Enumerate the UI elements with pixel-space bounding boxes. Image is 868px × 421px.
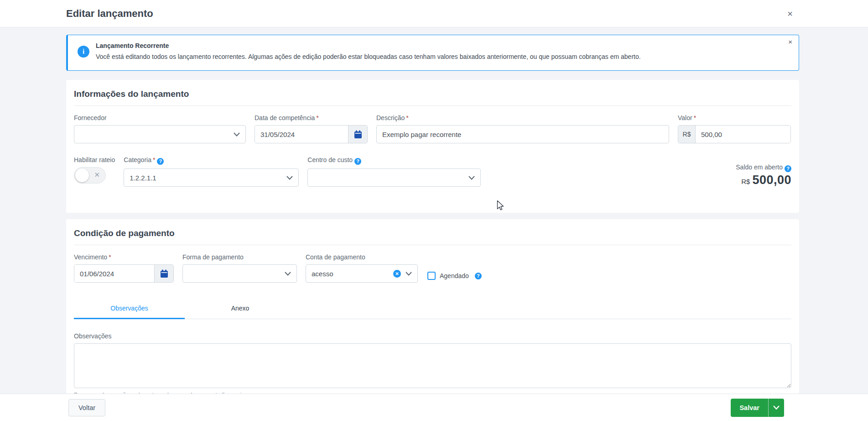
section-title-payment: Condição de pagamento [74, 228, 791, 238]
saldo-label: Saldo em aberto? [736, 163, 791, 172]
help-icon[interactable]: ? [157, 158, 164, 165]
currency-prefix: R$ [678, 126, 696, 143]
chevron-down-icon [405, 272, 412, 276]
chevron-down-icon [773, 405, 780, 410]
toggle-knob [75, 168, 89, 182]
descricao-label: Descrição* [376, 114, 669, 121]
centro-custo-select[interactable] [307, 168, 481, 187]
modal-header: Editar lançamento × [0, 0, 868, 27]
chevron-down-icon [286, 176, 293, 180]
recurring-alert: i Lançamento Recorrente Você está editan… [66, 35, 799, 71]
conta-pagamento-select[interactable]: acesso ✕ [306, 264, 418, 283]
payment-card: Condição de pagamento Vencimento* Forma … [66, 219, 799, 394]
categoria-field: Categoria*? 1.2.2.1.1 [124, 156, 299, 187]
help-icon[interactable]: ? [785, 165, 791, 172]
section-title-info: Informações do lançamento [74, 89, 791, 99]
voltar-button[interactable]: Voltar [68, 399, 105, 416]
help-icon[interactable]: ? [354, 158, 361, 165]
alert-title: Lançamento Recorrente [96, 42, 779, 49]
tab-observacoes[interactable]: Observações [74, 305, 185, 319]
conta-pagamento-label: Conta de pagamento [306, 253, 418, 261]
payment-tabs: Observações Anexo [74, 305, 791, 319]
chevron-down-icon [285, 272, 291, 276]
observacoes-textarea[interactable] [74, 343, 791, 388]
fornecedor-label: Fornecedor [74, 114, 246, 121]
habilitar-rateio-toggle[interactable]: ✕ [74, 167, 106, 184]
categoria-select[interactable]: 1.2.2.1.1 [124, 168, 299, 187]
vencimento-group [74, 264, 174, 283]
centro-custo-field: Centro de custo? [307, 156, 481, 187]
saldo-currency: R$ [741, 178, 750, 185]
descricao-input[interactable] [376, 125, 669, 143]
salvar-dropdown-button[interactable] [768, 399, 784, 417]
forma-pagamento-field: Forma de pagamento [182, 253, 297, 283]
alert-dismiss-button[interactable]: × [788, 38, 792, 46]
valor-input[interactable] [696, 126, 790, 143]
vencimento-label: Vencimento* [74, 253, 174, 261]
required-mark: * [406, 114, 408, 121]
descricao-field: Descrição* [376, 114, 669, 143]
required-mark: * [316, 114, 318, 121]
saldo-em-aberto: Saldo em aberto? R$500,00 [736, 163, 791, 187]
vencimento-field: Vencimento* [74, 253, 174, 283]
entry-info-card: Informações do lançamento Fornecedor Dat… [66, 80, 799, 213]
calendar-icon [160, 269, 168, 278]
close-button[interactable]: × [784, 8, 796, 20]
info-row-1: Fornecedor Data de competência* [74, 114, 791, 143]
data-competencia-field: Data de competência* [255, 114, 368, 143]
payment-row: Vencimento* Forma de pagamento [74, 253, 791, 283]
divider [74, 105, 791, 106]
required-mark: * [109, 253, 111, 261]
forma-pagamento-label: Forma de pagamento [182, 253, 297, 261]
info-row-2: Habilitar rateio ✕ Categoria*? 1.2.2.1.1… [74, 156, 791, 187]
agendado-field: Agendado ? [427, 269, 482, 283]
edit-entry-modal: Editar lançamento × i Lançamento Recorre… [0, 0, 868, 421]
chevron-down-icon [468, 176, 475, 180]
modal-footer: Voltar Salvar [0, 394, 868, 421]
close-icon: × [787, 9, 793, 19]
help-icon[interactable]: ? [475, 273, 482, 279]
saldo-value: R$500,00 [736, 173, 791, 187]
categoria-label: Categoria*? [124, 156, 299, 165]
habilitar-rateio-label: Habilitar rateio [74, 156, 115, 163]
required-mark: * [153, 156, 155, 163]
chevron-down-icon [234, 132, 240, 137]
data-competencia-input[interactable] [255, 126, 348, 143]
data-competencia-calendar-button[interactable] [348, 126, 367, 143]
data-competencia-group [255, 125, 368, 143]
valor-group: R$ [678, 125, 791, 143]
divider [74, 245, 791, 245]
toggle-off-icon: ✕ [94, 171, 100, 179]
habilitar-rateio-field: Habilitar rateio ✕ [74, 156, 115, 184]
valor-field: Valor* R$ [678, 114, 791, 143]
conta-pagamento-field: Conta de pagamento acesso ✕ [306, 253, 418, 283]
data-competencia-label: Data de competência* [255, 114, 368, 121]
conta-pagamento-value: acesso [312, 270, 333, 278]
categoria-value: 1.2.2.1.1 [130, 174, 156, 182]
agendado-label: Agendado [440, 272, 469, 279]
page-title: Editar lançamento [66, 8, 153, 20]
clear-icon[interactable]: ✕ [393, 270, 401, 278]
agendado-checkbox[interactable] [427, 272, 436, 280]
tab-anexo[interactable]: Anexo [185, 305, 296, 319]
modal-body: i Lançamento Recorrente Você está editan… [0, 27, 868, 394]
saldo-amount: 500,00 [752, 173, 791, 187]
close-icon: × [788, 38, 792, 46]
valor-label: Valor* [678, 114, 791, 121]
vencimento-calendar-button[interactable] [154, 265, 173, 282]
fornecedor-select[interactable] [74, 125, 246, 143]
required-mark: * [694, 114, 696, 121]
calendar-icon [354, 130, 362, 139]
salvar-button[interactable]: Salvar [731, 399, 768, 417]
info-icon: i [78, 46, 89, 58]
observacoes-label: Observações [74, 332, 791, 340]
vencimento-input[interactable] [74, 265, 154, 282]
forma-pagamento-select[interactable] [182, 264, 297, 283]
salvar-split-button: Salvar [731, 399, 784, 417]
fornecedor-field: Fornecedor [74, 114, 246, 143]
centro-custo-label: Centro de custo? [307, 156, 481, 165]
alert-message: Você está editando todos os lançamento r… [96, 53, 779, 60]
